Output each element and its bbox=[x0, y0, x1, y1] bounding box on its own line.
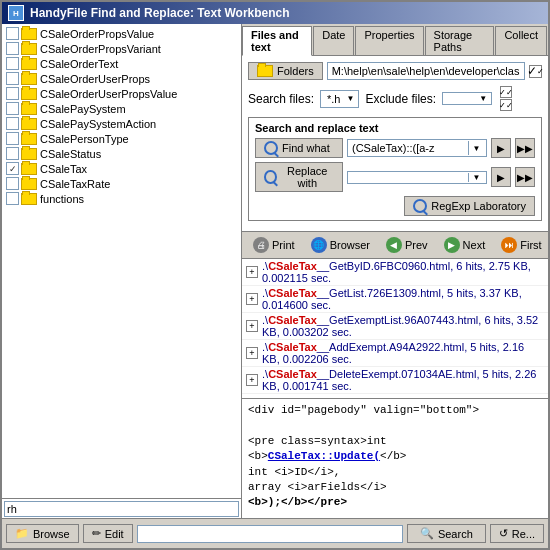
tab-storage-paths[interactable]: Storage Paths bbox=[425, 26, 495, 55]
checkbox-csalestatus[interactable] bbox=[6, 147, 19, 160]
check-row-2: ✓ bbox=[500, 99, 512, 111]
print-icon: 🖨 bbox=[253, 237, 269, 253]
checkbox-csaletaxrate[interactable] bbox=[6, 177, 19, 190]
expand-btn-2[interactable]: + bbox=[246, 293, 258, 305]
search-icon: 🔍 bbox=[420, 527, 434, 540]
folder-btn-icon bbox=[257, 65, 273, 77]
replace-value bbox=[350, 176, 468, 178]
browse-button[interactable]: 📁 Browse bbox=[6, 524, 79, 543]
checkbox-csaleorderpropsvalue[interactable] bbox=[6, 27, 19, 40]
path-checkbox[interactable]: ✓ bbox=[529, 65, 542, 78]
bottom-input[interactable] bbox=[137, 525, 403, 543]
result-item-1[interactable]: + .\CSaleTax__GetByID.6FBC0960.html, 6 h… bbox=[242, 259, 548, 286]
expand-btn-1[interactable]: + bbox=[246, 266, 258, 278]
find-combo-arrow[interactable]: ▼ bbox=[468, 141, 484, 155]
find-action-btn-1[interactable]: ▶ bbox=[491, 138, 511, 158]
tree-item-csaleorderuserpropsvalue[interactable]: CSaleOrderUserPropsValue bbox=[4, 86, 239, 101]
print-label: Print bbox=[272, 239, 295, 251]
tab-bar: Files and text Date Properties Storage P… bbox=[242, 24, 548, 56]
tree-item-csalestatus[interactable]: CSaleStatus bbox=[4, 146, 239, 161]
search-label: Search bbox=[438, 528, 473, 540]
prev-icon: ◀ bbox=[386, 237, 402, 253]
checkbox-csalepersontype[interactable] bbox=[6, 132, 19, 145]
checkbox-csaleorderuserpropsvalue[interactable] bbox=[6, 87, 19, 100]
edit-button[interactable]: ✏ Edit bbox=[83, 524, 133, 543]
tree-item-csalepaysystem[interactable]: CSalePaySystem bbox=[4, 101, 239, 116]
tree-item-functions[interactable]: functions bbox=[4, 191, 239, 206]
replace-combo-arrow[interactable]: ▼ bbox=[468, 173, 484, 182]
checkbox-csaleorderpropsvariant[interactable] bbox=[6, 42, 19, 55]
tree-item-csaleordertext[interactable]: CSaleOrderText bbox=[4, 56, 239, 71]
checkbox-csalepaysystemaction[interactable] bbox=[6, 117, 19, 130]
tab-collect[interactable]: Collect bbox=[495, 26, 547, 55]
regexp-laboratory-button[interactable]: RegExp Laboratory bbox=[404, 196, 535, 216]
next-button[interactable]: ▶ Next bbox=[437, 234, 493, 256]
exclude-files-combo[interactable]: ▼ bbox=[442, 92, 492, 105]
window-title: HandyFile Find and Replace: Text Workben… bbox=[30, 6, 290, 20]
tree-item-csaleorderuserprops[interactable]: CSaleOrderUserProps bbox=[4, 71, 239, 86]
tree-search-input[interactable] bbox=[4, 501, 239, 517]
bottom-bar: 📁 Browse ✏ Edit 🔍 Search ↺ Re... bbox=[2, 518, 548, 548]
checkbox-csaletax[interactable] bbox=[6, 162, 19, 175]
folder-icon-csaletaxrate bbox=[21, 178, 37, 190]
checkbox-csaleorderuserprops[interactable] bbox=[6, 72, 19, 85]
tree-item-csalepersontype[interactable]: CSalePersonType bbox=[4, 131, 239, 146]
search-files-arrow[interactable]: ▼ bbox=[345, 94, 357, 103]
folder-icon-csaleorderpropsvariant bbox=[21, 43, 37, 55]
folders-button[interactable]: Folders bbox=[248, 62, 323, 80]
folder-icon-csalepaysystem bbox=[21, 103, 37, 115]
result-item-4[interactable]: + .\CSaleTax__AddExempt.A94A2922.html, 5… bbox=[242, 340, 548, 367]
check1[interactable]: ✓ bbox=[500, 86, 512, 98]
expand-btn-4[interactable]: + bbox=[246, 347, 258, 359]
expand-btn-5[interactable]: + bbox=[246, 374, 258, 386]
edit-icon: ✏ bbox=[92, 527, 101, 540]
tree-item-csaletaxrate[interactable]: CSaleTaxRate bbox=[4, 176, 239, 191]
prev-button[interactable]: ◀ Prev bbox=[379, 234, 435, 256]
check-row-1: ✓ bbox=[500, 86, 512, 98]
folder-icon-csaleorderuserprops bbox=[21, 73, 37, 85]
checkbox-csalepaysystem[interactable] bbox=[6, 102, 19, 115]
replace-row: Replace with ▼ ▶ ▶▶ bbox=[255, 162, 535, 192]
checkbox-functions[interactable] bbox=[6, 192, 19, 205]
replace-action-btn-2[interactable]: ▶▶ bbox=[515, 167, 535, 187]
expand-btn-3[interactable]: + bbox=[246, 320, 258, 332]
search-files-combo[interactable]: *.h ▼ bbox=[320, 90, 359, 108]
find-what-button[interactable]: Find what bbox=[255, 138, 343, 158]
search-button[interactable]: 🔍 Search bbox=[407, 524, 486, 543]
tree-item-csaleorderpropsvariant[interactable]: CSaleOrderPropsVariant bbox=[4, 41, 239, 56]
code-line-2 bbox=[248, 418, 542, 433]
find-combo[interactable]: (CSaleTax)::([a-z ▼ bbox=[347, 139, 487, 157]
next-label: Next bbox=[463, 239, 486, 251]
app-icon: H bbox=[8, 5, 24, 21]
result-item-3[interactable]: + .\CSaleTax__GetExemptList.96A07443.htm… bbox=[242, 313, 548, 340]
tree-item-csalepaysystemaction[interactable]: CSalePaySystemAction bbox=[4, 116, 239, 131]
search-files-row: Search files: *.h ▼ Exclude files: ▼ ✓ bbox=[248, 86, 542, 111]
exclude-files-arrow[interactable]: ▼ bbox=[477, 94, 489, 103]
restore-label: Re... bbox=[512, 528, 535, 540]
browser-button[interactable]: 🌐 Browser bbox=[304, 234, 377, 256]
results-area[interactable]: + .\CSaleTax__GetByID.6FBC0960.html, 6 h… bbox=[242, 259, 548, 398]
tree-item-csaleorderpropsvalue[interactable]: CSaleOrderPropsValue bbox=[4, 26, 239, 41]
tab-properties[interactable]: Properties bbox=[355, 26, 423, 55]
restore-button[interactable]: ↺ Re... bbox=[490, 524, 544, 543]
path-input[interactable] bbox=[327, 62, 525, 80]
tab-files-and-text[interactable]: Files and text bbox=[242, 26, 312, 56]
replace-icon bbox=[264, 170, 277, 184]
folder-icon-csaletax bbox=[21, 163, 37, 175]
search-replace-group: Search and replace text Find what (CSale… bbox=[248, 117, 542, 221]
tree-item-csaletax[interactable]: CSaleTax bbox=[4, 161, 239, 176]
check2[interactable]: ✓ bbox=[500, 99, 512, 111]
print-button[interactable]: 🖨 Print bbox=[246, 234, 302, 256]
result-item-2[interactable]: + .\CSaleTax__GetList.726E1309.html, 5 h… bbox=[242, 286, 548, 313]
checkbox-csaleordertext[interactable] bbox=[6, 57, 19, 70]
replace-action-btn-1[interactable]: ▶ bbox=[491, 167, 511, 187]
result-item-5[interactable]: + .\CSaleTax__DeleteExempt.071034AE.html… bbox=[242, 367, 548, 394]
first-button[interactable]: ⏭ First bbox=[494, 234, 548, 256]
replace-with-button[interactable]: Replace with bbox=[255, 162, 343, 192]
replace-combo[interactable]: ▼ bbox=[347, 171, 487, 184]
edit-label: Edit bbox=[105, 528, 124, 540]
find-action-btn-2[interactable]: ▶▶ bbox=[515, 138, 535, 158]
file-tree[interactable]: CSaleOrderPropsValue CSaleOrderPropsVari… bbox=[2, 24, 241, 498]
tab-date[interactable]: Date bbox=[313, 26, 354, 55]
first-label: First bbox=[520, 239, 541, 251]
